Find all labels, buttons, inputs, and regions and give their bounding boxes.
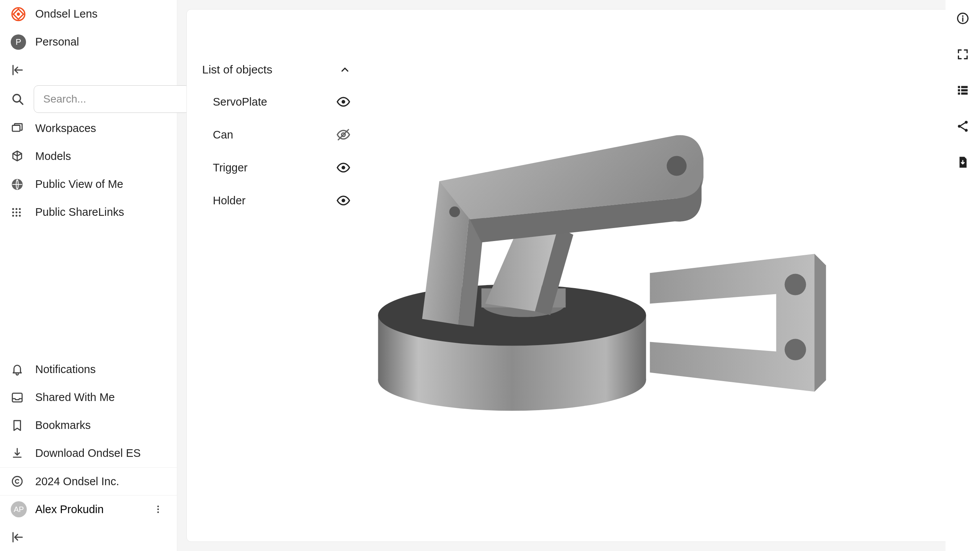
profile-initial: P (11, 34, 26, 50)
svg-point-8 (19, 208, 21, 210)
svg-point-11 (19, 211, 21, 213)
search-row (0, 84, 177, 114)
svg-rect-40 (961, 89, 968, 91)
svg-line-47 (960, 127, 965, 130)
nav-models[interactable]: Models (0, 142, 177, 170)
objects-header-label: List of objects (202, 63, 272, 76)
user-name: Alex Prokudin (35, 503, 104, 516)
nav-bookmarks-label: Bookmarks (35, 419, 91, 432)
svg-point-20 (341, 100, 345, 104)
nav-workspaces[interactable]: Workspaces (0, 114, 177, 142)
search-input[interactable] (34, 85, 190, 113)
object-row-holder[interactable]: Holder (202, 184, 355, 217)
chevron-up-icon (339, 64, 351, 75)
sidebar-top: Ondsel Lens P Personal Workspaces (0, 0, 177, 226)
grid-icon (11, 207, 35, 218)
collapse-sidebar-button-bottom[interactable] (0, 523, 177, 551)
svg-point-13 (16, 215, 18, 217)
svg-point-33 (784, 339, 806, 360)
svg-rect-4 (12, 125, 20, 131)
app-title: Ondsel Lens (35, 8, 98, 20)
svg-rect-41 (958, 93, 960, 95)
nav-bookmarks[interactable]: Bookmarks (0, 411, 177, 439)
svg-line-3 (20, 101, 23, 104)
download-icon (11, 447, 35, 460)
object-name: Trigger (213, 161, 248, 174)
objects-header[interactable]: List of objects (202, 63, 355, 85)
svg-rect-38 (961, 86, 968, 88)
copyright-row: 2024 Ondsel Inc. (0, 467, 177, 495)
bookmark-icon (11, 419, 35, 432)
profile-badge-icon: P (11, 34, 35, 50)
export-button[interactable] (954, 153, 972, 171)
svg-point-35 (962, 15, 964, 17)
app-logo-icon (11, 7, 35, 22)
user-avatar-icon: AP (11, 501, 35, 517)
svg-point-12 (12, 215, 14, 217)
nav-download-label: Download Ondsel ES (35, 447, 141, 460)
right-rail (946, 0, 980, 551)
svg-point-31 (666, 156, 686, 176)
object-row-trigger[interactable]: Trigger (202, 151, 355, 184)
svg-point-14 (19, 215, 21, 217)
svg-point-7 (16, 208, 18, 210)
inbox-icon (11, 391, 35, 404)
nav-download[interactable]: Download Ondsel ES (0, 439, 177, 467)
profile-row[interactable]: P Personal (0, 28, 177, 56)
svg-rect-39 (958, 89, 960, 91)
viewport-card[interactable]: List of objects ServoPlate Can Trigger (186, 9, 971, 542)
models-icon (11, 150, 35, 163)
main-area: List of objects ServoPlate Can Trigger (177, 0, 980, 551)
user-row[interactable]: AP Alex Prokudin (0, 495, 177, 523)
copyright-icon (11, 475, 35, 488)
svg-point-16 (12, 476, 22, 486)
globe-icon (11, 178, 35, 191)
sidebar: Ondsel Lens P Personal Workspaces (0, 0, 177, 551)
svg-point-9 (12, 211, 14, 213)
nav-shared[interactable]: Shared With Me (0, 383, 177, 411)
svg-point-10 (16, 211, 18, 213)
nav-notifications[interactable]: Notifications (0, 355, 177, 383)
objects-panel: List of objects ServoPlate Can Trigger (202, 63, 355, 217)
bell-icon (11, 363, 35, 376)
nav-shared-label: Shared With Me (35, 391, 115, 404)
svg-point-2 (13, 95, 21, 102)
nav-sharelinks[interactable]: Public ShareLinks (0, 198, 177, 226)
object-name: ServoPlate (213, 96, 267, 108)
nav-models-label: Models (35, 150, 71, 163)
svg-rect-37 (958, 86, 960, 88)
fullscreen-button[interactable] (954, 45, 972, 64)
visibility-toggle[interactable] (336, 95, 351, 109)
svg-point-30 (449, 207, 460, 217)
svg-point-1 (17, 12, 20, 15)
nav-notifications-label: Notifications (35, 363, 96, 376)
profile-label: Personal (35, 36, 79, 48)
model-render (343, 112, 833, 426)
nav-public-view[interactable]: Public View of Me (0, 170, 177, 198)
svg-point-19 (157, 511, 159, 513)
workspaces-icon (11, 122, 35, 135)
nav-sharelinks-label: Public ShareLinks (35, 206, 124, 218)
info-button[interactable] (954, 9, 972, 28)
svg-point-18 (157, 509, 159, 510)
nav-workspaces-label: Workspaces (35, 122, 96, 135)
search-icon[interactable] (11, 92, 24, 106)
object-row-servoplate[interactable]: ServoPlate (202, 85, 355, 118)
object-name: Can (213, 129, 233, 141)
list-view-button[interactable] (954, 81, 972, 99)
user-more-button[interactable] (150, 501, 166, 517)
app-title-row[interactable]: Ondsel Lens (0, 0, 177, 28)
svg-rect-15 (12, 393, 22, 402)
copyright-label: 2024 Ondsel Inc. (35, 475, 119, 488)
share-button[interactable] (954, 117, 972, 135)
svg-line-46 (960, 123, 965, 126)
sidebar-bottom: Notifications Shared With Me Bookmarks D… (0, 355, 177, 551)
object-row-can[interactable]: Can (202, 118, 355, 151)
collapse-sidebar-button[interactable] (0, 56, 177, 84)
user-initials: AP (11, 501, 27, 517)
svg-rect-42 (961, 93, 968, 95)
nav-public-view-label: Public View of Me (35, 178, 123, 191)
object-name: Holder (213, 194, 245, 207)
svg-point-32 (784, 274, 806, 295)
svg-point-6 (12, 208, 14, 210)
